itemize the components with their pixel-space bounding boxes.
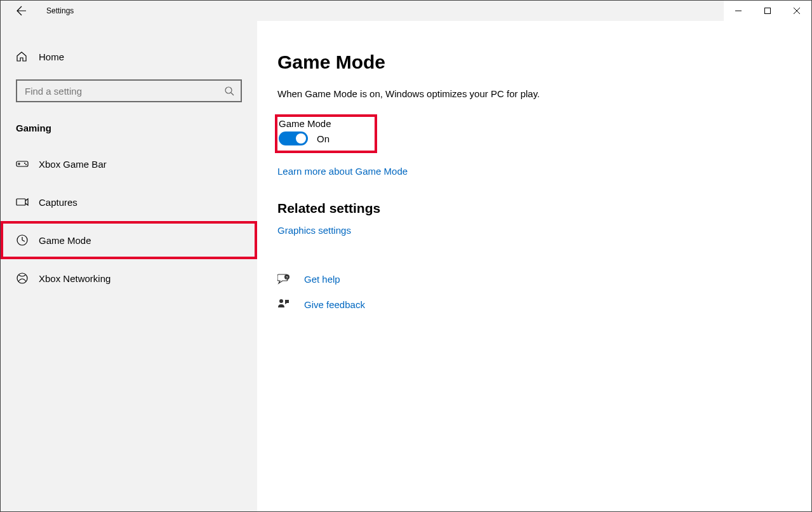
svg-point-10: [279, 299, 283, 303]
sidebar-item-label: Xbox Networking: [39, 273, 110, 284]
sidebar-item-label: Captures: [39, 197, 77, 208]
svg-point-7: [17, 273, 27, 283]
sidebar-home[interactable]: Home: [1, 43, 257, 71]
sidebar-item-xbox-game-bar[interactable]: Xbox Game Bar: [1, 145, 257, 183]
titlebar: Settings: [1, 1, 811, 21]
window-title: Settings: [46, 6, 74, 15]
get-help-row: ? Get help: [277, 266, 786, 292]
settings-window: Settings Home: [0, 0, 812, 512]
sidebar: Home Gaming Xbox Game Bar: [1, 21, 257, 511]
minimize-button[interactable]: [724, 1, 753, 21]
related-settings-heading: Related settings: [277, 201, 786, 216]
captures-icon: [16, 197, 29, 207]
give-feedback-link[interactable]: Give feedback: [304, 299, 365, 310]
toggle-state: On: [317, 133, 329, 144]
game-mode-toggle[interactable]: [279, 131, 308, 145]
toggle-label: Game Mode: [279, 118, 331, 129]
svg-rect-5: [17, 199, 25, 205]
sidebar-item-game-mode[interactable]: Game Mode: [1, 221, 257, 259]
give-feedback-row: Give feedback: [277, 292, 786, 317]
toggle-row: On: [279, 131, 331, 145]
sidebar-item-label: Xbox Game Bar: [39, 159, 107, 170]
svg-point-4: [25, 164, 27, 165]
arrow-left-icon: [17, 6, 27, 16]
learn-more-link[interactable]: Learn more about Game Mode: [277, 166, 408, 177]
toggle-knob: [296, 133, 306, 144]
svg-rect-0: [765, 8, 771, 14]
sidebar-item-label: Game Mode: [39, 235, 91, 246]
page-description: When Game Mode is on, Windows optimizes …: [277, 88, 786, 99]
titlebar-left: Settings: [1, 1, 724, 21]
content: Game Mode When Game Mode is on, Windows …: [257, 21, 811, 511]
sidebar-home-label: Home: [39, 51, 64, 62]
window-body: Home Gaming Xbox Game Bar: [1, 21, 811, 511]
home-icon: [16, 51, 29, 62]
help-icon: ?: [277, 273, 291, 285]
get-help-link[interactable]: Get help: [304, 274, 340, 285]
search-box[interactable]: [16, 79, 242, 102]
maximize-button[interactable]: [753, 1, 782, 21]
game-mode-toggle-block: Game Mode On: [277, 117, 375, 151]
minimize-icon: [735, 8, 742, 14]
search-icon: [224, 86, 234, 96]
close-button[interactable]: [782, 1, 811, 21]
sidebar-item-xbox-networking[interactable]: Xbox Networking: [1, 259, 257, 297]
search-wrap: [16, 79, 242, 102]
back-button[interactable]: [15, 4, 29, 18]
sidebar-section-label: Gaming: [1, 114, 257, 145]
sidebar-item-captures[interactable]: Captures: [1, 183, 257, 221]
graphics-settings-link[interactable]: Graphics settings: [277, 225, 351, 236]
maximize-icon: [764, 8, 771, 14]
page-title: Game Mode: [277, 51, 786, 73]
xbox-icon: [16, 273, 29, 284]
game-bar-icon: [16, 159, 29, 169]
search-input[interactable]: [25, 86, 224, 97]
game-mode-icon: [16, 234, 29, 246]
svg-point-1: [225, 87, 232, 93]
feedback-icon: [277, 299, 291, 310]
close-icon: [794, 8, 800, 14]
svg-point-3: [24, 163, 25, 164]
window-controls: [724, 1, 811, 21]
